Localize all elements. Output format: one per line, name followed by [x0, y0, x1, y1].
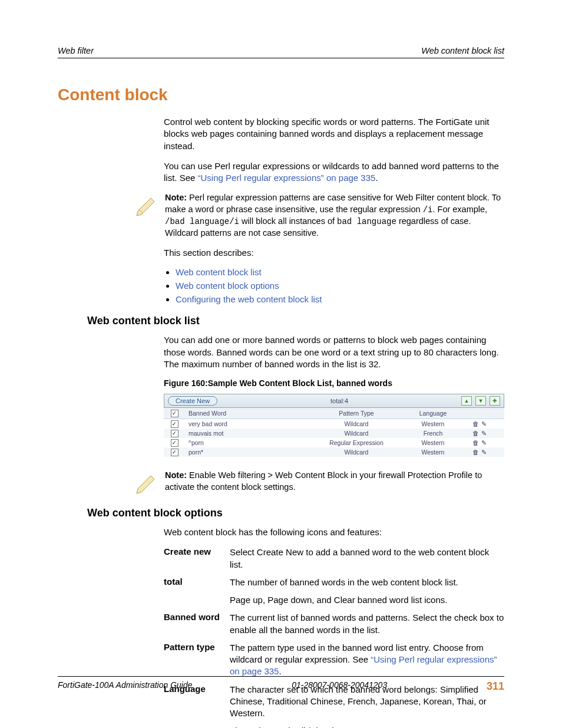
opt-term-create-new: Create new — [164, 546, 230, 571]
banned-words-table: ✓ Banned Word Pattern Type Language ✓ ve… — [164, 408, 504, 457]
list-item: Configuring the web content block list — [176, 294, 504, 304]
header-right: Web content block list — [421, 46, 504, 55]
col-pattern-type: Pattern Type — [316, 408, 397, 419]
opt-desc-create-new: Select Create New to add a banned word t… — [230, 546, 504, 571]
opt-desc-page-icons: Page up, Page down, and Clear banned wor… — [230, 594, 504, 606]
checkbox-all[interactable]: ✓ — [171, 410, 178, 417]
opt-desc-banned-word: The current list of banned words and pat… — [230, 612, 504, 636]
col-banned-word: Banned Word — [185, 408, 316, 419]
checkbox[interactable]: ✓ — [171, 439, 178, 447]
running-header: Web filter Web content block list — [58, 46, 504, 58]
section-links-list: Web content block list Web content block… — [176, 267, 504, 304]
edit-icon[interactable]: ✎ — [481, 420, 487, 428]
total-count: total:4 — [217, 397, 461, 404]
col-language: Language — [397, 408, 469, 419]
note-enable-filtering: Note: Enable Web filtering > Web Content… — [165, 470, 504, 493]
delete-icon[interactable]: 🗑 — [472, 420, 479, 428]
checkbox[interactable]: ✓ — [171, 420, 178, 428]
footer-page-number: 311 — [487, 680, 504, 693]
table-row: ✓ ^porn Regular Expression Western 🗑✎ — [164, 438, 504, 447]
intro-paragraph-1: Control web content by blocking specific… — [164, 116, 504, 152]
edit-icon[interactable]: ✎ — [481, 449, 487, 456]
edit-icon[interactable]: ✎ — [481, 430, 487, 437]
checkbox[interactable]: ✓ — [171, 449, 178, 456]
opt-desc-pattern-type: The pattern type used in the banned word… — [230, 642, 504, 678]
heading-block-options: Web content block options — [87, 507, 504, 519]
clear-list-icon[interactable]: ✚ — [490, 396, 500, 406]
link-configuring[interactable]: Configuring the web content block list — [176, 294, 322, 304]
list-item: Web content block options — [176, 281, 504, 291]
table-row: ✓ very bad word Wildcard Western 🗑✎ — [164, 419, 504, 429]
figure-caption: Figure 160:Sample Web Content Block List… — [164, 378, 504, 388]
note-icon — [134, 471, 161, 496]
footer-doc-id: 01-28007-0068-20041203 — [292, 680, 387, 693]
opt-term-pattern-type: Pattern type — [164, 642, 230, 678]
link-perl-regex[interactable]: “Using Perl regular expressions” on page… — [198, 173, 376, 183]
note-case-sensitive: Note: Perl regular expression patterns a… — [165, 192, 504, 239]
edit-icon[interactable]: ✎ — [481, 439, 487, 447]
page-down-icon[interactable]: ▼ — [475, 396, 486, 406]
screenshot-block-list: Create New total:4 ▲ ▼ ✚ ✓ Banned Word P… — [164, 394, 504, 457]
page-title: Content block — [58, 85, 504, 104]
table-row: ✓ mauvais mot Wildcard French 🗑✎ — [164, 429, 504, 438]
list-item: Web content block list — [176, 267, 504, 277]
create-new-button[interactable]: Create New — [168, 396, 217, 406]
table-row: ✓ porn* Wildcard Western 🗑✎ — [164, 447, 504, 457]
heading-block-list: Web content block list — [87, 315, 504, 327]
footer-guide-name: FortiGate-100A Administration Guide — [58, 680, 193, 693]
page-footer: FortiGate-100A Administration Guide 01-2… — [58, 676, 504, 693]
page-up-icon[interactable]: ▲ — [461, 396, 472, 406]
link-block-list[interactable]: Web content block list — [176, 267, 262, 277]
section-describes-intro: This section describes: — [164, 247, 504, 259]
options-intro: Web content block has the following icon… — [164, 526, 504, 538]
opt-term-banned-word: Banned word — [164, 612, 230, 636]
note-icon — [134, 193, 161, 219]
delete-icon[interactable]: 🗑 — [472, 449, 479, 456]
block-list-paragraph: You can add one or more banned words or … — [164, 334, 504, 370]
link-block-options[interactable]: Web content block options — [176, 281, 279, 291]
intro-paragraph-2: You can use Perl regular expressions or … — [164, 160, 504, 185]
header-left: Web filter — [58, 46, 94, 55]
delete-icon[interactable]: 🗑 — [472, 439, 479, 447]
opt-desc-delete-edit-icons: The Delete and Edit/View icons. — [230, 725, 504, 728]
checkbox[interactable]: ✓ — [171, 430, 178, 437]
delete-icon[interactable]: 🗑 — [472, 430, 479, 437]
opt-desc-total: The number of banned words in the web co… — [230, 577, 504, 588]
opt-term-total: total — [164, 577, 230, 588]
